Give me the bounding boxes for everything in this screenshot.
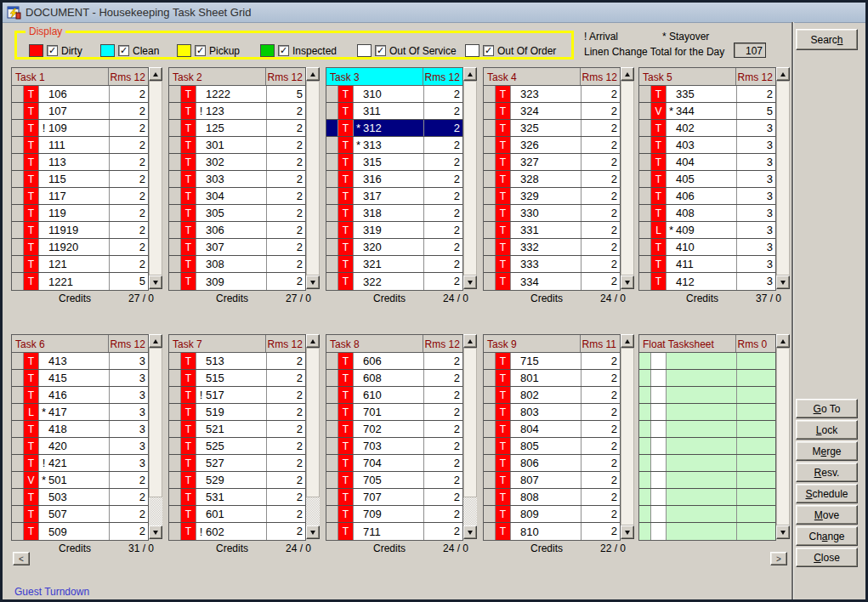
scrollbar-thumb[interactable] — [149, 348, 162, 497]
task-row[interactable]: T12215 — [12, 273, 148, 290]
task-row[interactable]: T7092 — [326, 506, 462, 523]
task-row[interactable] — [639, 438, 775, 455]
task-row[interactable]: T4153 — [12, 370, 148, 387]
task-row[interactable]: T5132 — [169, 353, 305, 370]
task-row[interactable]: L*4093 — [639, 222, 775, 239]
task-row[interactable]: T1072 — [12, 103, 148, 120]
scroll-down-button[interactable] — [776, 275, 790, 289]
out-of-order-checkbox[interactable]: ✓ — [483, 45, 494, 56]
task-row[interactable]: T3012 — [169, 137, 305, 154]
scrollbar-thumb[interactable] — [463, 81, 477, 275]
task-row[interactable]: T3052 — [169, 205, 305, 222]
task-row[interactable]: T12225 — [169, 86, 305, 103]
task-row[interactable]: T8012 — [484, 370, 620, 387]
task-row[interactable]: T*3132 — [326, 137, 462, 154]
task-row[interactable]: T3212 — [326, 256, 462, 273]
task-row[interactable]: T3232 — [484, 86, 620, 103]
task-row[interactable]: T!5172 — [169, 387, 305, 404]
goto-button[interactable]: Go To — [796, 399, 858, 418]
task-row[interactable]: T3262 — [484, 137, 620, 154]
scroll-down-button[interactable] — [149, 525, 162, 539]
task-row[interactable]: T1152 — [12, 171, 148, 188]
scroll-down-button[interactable] — [621, 275, 634, 289]
task-row[interactable]: T7022 — [326, 421, 462, 438]
task-row[interactable]: T4103 — [639, 239, 775, 256]
task-row[interactable] — [639, 353, 775, 370]
task-row[interactable]: T8022 — [484, 387, 620, 404]
scrollbar-track[interactable] — [463, 348, 477, 525]
search-button[interactable]: Search — [796, 29, 858, 50]
task-row[interactable]: T6102 — [326, 387, 462, 404]
task-row[interactable]: T7152 — [484, 353, 620, 370]
task-row[interactable]: T4083 — [639, 205, 775, 222]
task-row[interactable]: T4063 — [639, 188, 775, 205]
task-row[interactable] — [639, 489, 775, 506]
task-row[interactable]: T5252 — [169, 438, 305, 455]
change-button[interactable]: Change — [796, 526, 858, 546]
task-row[interactable]: T4133 — [12, 353, 148, 370]
scroll-down-button[interactable] — [463, 525, 477, 539]
task-row[interactable]: T8062 — [484, 455, 620, 472]
task-row[interactable]: T3072 — [169, 239, 305, 256]
task-row[interactable]: T1132 — [12, 154, 148, 171]
nav-left-button[interactable]: < — [13, 552, 30, 565]
task-row[interactable]: T!1092 — [12, 120, 148, 137]
task-row[interactable] — [639, 506, 775, 523]
task-row[interactable]: T5212 — [169, 421, 305, 438]
task-row[interactable]: T8072 — [484, 472, 620, 489]
task-row[interactable]: T5272 — [169, 455, 305, 472]
task-row[interactable]: T3272 — [484, 154, 620, 171]
task-row[interactable]: T5032 — [12, 489, 148, 506]
dirty-checkbox[interactable]: ✓ — [47, 45, 58, 56]
scrollbar-thumb[interactable] — [621, 81, 634, 275]
scroll-down-button[interactable] — [621, 525, 634, 539]
task-row[interactable]: T8042 — [484, 421, 620, 438]
lock-button[interactable]: Lock — [796, 420, 858, 440]
task-row[interactable]: T3182 — [326, 205, 462, 222]
task-row[interactable]: T3292 — [484, 188, 620, 205]
scroll-up-button[interactable] — [149, 334, 162, 348]
task-row[interactable]: T8092 — [484, 506, 620, 523]
merge-button[interactable]: Merge — [796, 441, 858, 461]
nav-right-button[interactable]: > — [770, 552, 787, 565]
task-row[interactable]: T4023 — [639, 120, 775, 137]
task-row[interactable]: T4123 — [639, 273, 775, 290]
task-row[interactable]: T3152 — [326, 154, 462, 171]
task-row[interactable]: T!6022 — [169, 523, 305, 540]
task-row[interactable]: T3192 — [326, 222, 462, 239]
task-row[interactable]: T4113 — [639, 256, 775, 273]
scroll-up-button[interactable] — [776, 334, 790, 348]
task-row[interactable]: T4203 — [12, 438, 148, 455]
scrollbar-track[interactable] — [149, 81, 162, 275]
task-row[interactable]: T7052 — [326, 472, 462, 489]
task-row[interactable]: T3342 — [484, 273, 620, 290]
close-button[interactable]: Close — [796, 548, 858, 567]
scroll-up-button[interactable] — [463, 67, 477, 81]
task-row[interactable]: T8082 — [484, 489, 620, 506]
task-row[interactable]: T3032 — [169, 171, 305, 188]
scroll-up-button[interactable] — [306, 334, 320, 348]
task-row[interactable]: T3322 — [484, 239, 620, 256]
scroll-up-button[interactable] — [306, 67, 320, 81]
task-row[interactable]: T3242 — [484, 103, 620, 120]
task-row[interactable]: L*4173 — [12, 404, 148, 421]
task-row[interactable]: T!1232 — [169, 103, 305, 120]
task-row[interactable] — [639, 404, 775, 421]
pickup-checkbox[interactable]: ✓ — [195, 45, 206, 56]
scroll-up-button[interactable] — [776, 67, 790, 81]
task-row[interactable]: T5072 — [12, 506, 148, 523]
task-row[interactable]: T7072 — [326, 489, 462, 506]
task-row[interactable]: T8102 — [484, 523, 620, 540]
task-row[interactable]: T1172 — [12, 188, 148, 205]
task-row[interactable]: T3312 — [484, 222, 620, 239]
task-row[interactable]: T3302 — [484, 205, 620, 222]
clean-checkbox[interactable]: ✓ — [118, 45, 129, 56]
task-row[interactable]: T6082 — [326, 370, 462, 387]
scroll-down-button[interactable] — [149, 275, 162, 289]
scroll-down-button[interactable] — [463, 275, 477, 289]
scrollbar-track[interactable] — [306, 348, 320, 525]
task-row[interactable]: T5192 — [169, 404, 305, 421]
task-row[interactable]: T7112 — [326, 523, 462, 540]
task-row[interactable] — [639, 370, 775, 387]
task-row[interactable]: V*5012 — [12, 472, 148, 489]
